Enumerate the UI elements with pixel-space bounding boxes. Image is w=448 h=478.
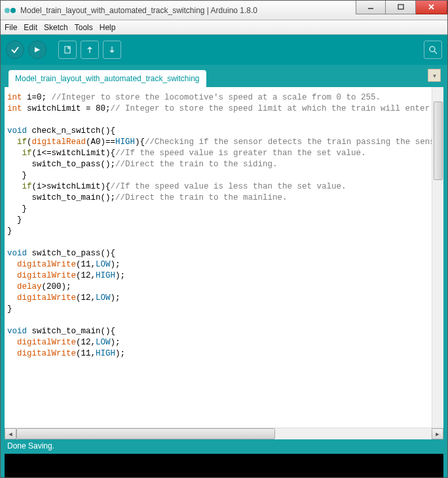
close-button[interactable] bbox=[416, 0, 447, 14]
svg-point-10 bbox=[430, 46, 435, 52]
toolbar bbox=[1, 35, 447, 65]
upload-button[interactable] bbox=[28, 41, 47, 59]
editor-area: int i=0; //Integer to store the locomoti… bbox=[1, 87, 447, 439]
status-message: Done Saving. bbox=[7, 441, 54, 450]
titlebar: Model_train_layout_with_automated_track_… bbox=[1, 1, 447, 20]
window-controls bbox=[356, 1, 447, 20]
maximize-button[interactable] bbox=[386, 0, 416, 14]
serial-monitor-button[interactable] bbox=[424, 41, 442, 59]
console-output[interactable] bbox=[1, 454, 447, 478]
menu-sketch[interactable]: Sketch bbox=[44, 23, 68, 32]
new-button[interactable] bbox=[58, 41, 77, 59]
save-button[interactable] bbox=[103, 41, 121, 59]
scroll-right-arrow-icon[interactable]: ► bbox=[432, 428, 443, 439]
menubar: File Edit Sketch Tools Help bbox=[1, 20, 447, 35]
svg-marker-4 bbox=[35, 47, 40, 52]
tab-active[interactable]: Model_train_layout_with_automated_track_… bbox=[9, 70, 206, 87]
scroll-left-arrow-icon[interactable]: ◄ bbox=[5, 428, 16, 439]
horizontal-scroll-thumb[interactable] bbox=[16, 428, 275, 439]
menu-file[interactable]: File bbox=[5, 23, 17, 32]
open-button[interactable] bbox=[81, 41, 99, 59]
svg-marker-6 bbox=[87, 46, 92, 49]
status-bar: Done Saving. bbox=[1, 439, 447, 454]
menu-tools[interactable]: Tools bbox=[75, 23, 93, 32]
horizontal-scroll-track[interactable] bbox=[16, 428, 432, 439]
menu-help[interactable]: Help bbox=[100, 23, 116, 32]
vertical-scroll-thumb[interactable] bbox=[434, 101, 443, 180]
vertical-scrollbar[interactable] bbox=[432, 87, 443, 428]
code-editor[interactable]: int i=0; //Integer to store the locomoti… bbox=[5, 87, 432, 428]
tabbar: Model_train_layout_with_automated_track_… bbox=[1, 65, 447, 87]
tab-menu-button[interactable]: ▾ bbox=[428, 69, 441, 82]
minimize-button[interactable] bbox=[356, 0, 386, 14]
menu-edit[interactable]: Edit bbox=[24, 23, 37, 32]
svg-marker-8 bbox=[109, 50, 115, 53]
arduino-logo-icon bbox=[5, 7, 16, 14]
svg-line-11 bbox=[434, 51, 437, 54]
code-content[interactable]: int i=0; //Integer to store the locomoti… bbox=[7, 92, 429, 359]
verify-button[interactable] bbox=[6, 41, 24, 59]
svg-rect-1 bbox=[398, 5, 403, 9]
horizontal-scrollbar[interactable]: ◄ ► bbox=[5, 428, 443, 439]
window-title: Model_train_layout_with_automated_track_… bbox=[20, 6, 356, 15]
